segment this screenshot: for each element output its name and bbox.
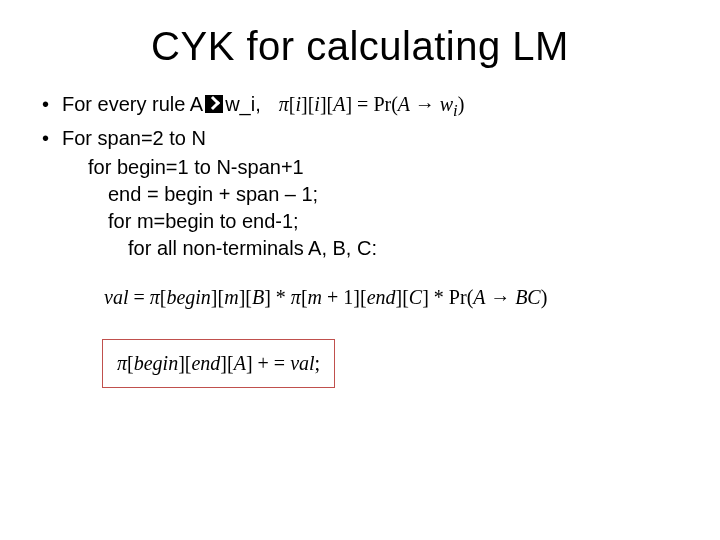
line-begin: for begin=1 to N-span+1 (36, 154, 684, 181)
line-end: end = begin + span – 1; (36, 181, 684, 208)
bullet-rule-prefix: For every rule A (62, 93, 203, 115)
bullet-rule-suffix: w_i, (225, 93, 261, 115)
bullet-list: For every rule Aw_i, π[i][i][A] = Pr(A →… (36, 91, 684, 152)
line-m: for m=begin to end-1; (36, 208, 684, 235)
slide: CYK for calculating LM For every rule Aw… (0, 0, 720, 540)
bullet-rule: For every rule Aw_i, π[i][i][A] = Pr(A →… (36, 91, 684, 123)
update-equation-box: π[begin][end][A] + = val; (102, 339, 335, 388)
right-arrow-icon (205, 95, 223, 113)
slide-body: For every rule Aw_i, π[i][i][A] = Pr(A →… (36, 91, 684, 388)
line-nonterm: for all non-terminals A, B, C: (36, 235, 684, 262)
bullet-span: For span=2 to N (36, 125, 684, 152)
slide-title: CYK for calculating LM (36, 24, 684, 69)
rule-formula: π[i][i][A] = Pr(A → wi) (279, 91, 465, 123)
val-equation: val = π[begin][m][B] * π[m + 1][end][C] … (36, 284, 684, 311)
